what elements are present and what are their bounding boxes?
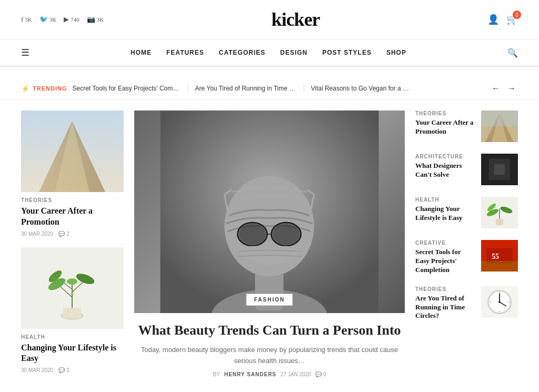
- main-content: THEORIES Your Career After a Promotion 3…: [0, 100, 539, 392]
- right-article-4: CREATIVE Secret Tools for Easy Projects'…: [415, 240, 518, 275]
- comment-icon-1: 💬: [58, 231, 65, 237]
- social-links: f 3K 🐦 3K ▶ 740 📷 3K: [21, 15, 104, 24]
- right-article-2-image[interactable]: [481, 154, 518, 185]
- left-article-2: HEALTH Changing Your Lifestyle is Easy 3…: [21, 247, 124, 374]
- right-article-2: ARCHITECTURE What Designers Can't Solve: [415, 154, 518, 185]
- right-article-3-category: HEALTH: [415, 197, 476, 203]
- right-article-2-text: ARCHITECTURE What Designers Can't Solve: [415, 154, 476, 179]
- nav-shop[interactable]: SHOP: [386, 49, 406, 56]
- nav-home[interactable]: HOME: [131, 49, 152, 56]
- right-article-5-category: THEORIES: [415, 286, 476, 292]
- youtube-icon: ▶: [64, 15, 69, 24]
- nav-links: HOME FEATURES CATEGORIES DESIGN POST STY…: [131, 49, 406, 56]
- instagram-social[interactable]: 📷 3K: [87, 15, 104, 24]
- right-article-2-title[interactable]: What Designers Can't Solve: [415, 162, 476, 179]
- right-article-3-text: HEALTH Changing Your Lifestyle is Easy: [415, 197, 476, 223]
- trending-item-2[interactable]: Are You Tired of Running in Time Circl…: [188, 85, 304, 92]
- right-article-2-category: ARCHITECTURE: [415, 154, 476, 159]
- trending-item-3[interactable]: Vital Reasons to Go Vegan for a Month: [304, 85, 420, 92]
- user-icon[interactable]: 👤: [487, 14, 499, 25]
- svg-point-26: [239, 224, 266, 245]
- comment-icon-2: 💬: [58, 367, 65, 373]
- twitter-count: 3K: [49, 16, 56, 23]
- right-column: THEORIES Your Career After a Promotion A…: [415, 110, 518, 384]
- left-article-2-title[interactable]: Changing Your Lifestyle is Easy: [21, 343, 124, 365]
- svg-rect-7: [63, 308, 81, 318]
- right-article-4-category: CREATIVE: [415, 240, 476, 246]
- nav-categories[interactable]: CATEGORIES: [219, 49, 265, 56]
- trending-items: Secret Tools for Easy Projects' Compl … …: [72, 85, 484, 92]
- hamburger-menu[interactable]: ☰: [21, 47, 29, 58]
- facebook-icon: f: [21, 15, 23, 24]
- trending-bar: ⚡ TRENDING Secret Tools for Easy Project…: [0, 77, 539, 100]
- left-article-2-comments: 💬 2: [58, 367, 69, 373]
- right-article-4-text: CREATIVE Secret Tools for Easy Projects'…: [415, 240, 476, 275]
- right-article-1-image[interactable]: [481, 110, 518, 142]
- trending-label: ⚡ TRENDING: [21, 85, 67, 93]
- hero-image-wrapper[interactable]: FASHION: [134, 110, 405, 313]
- right-article-4-title[interactable]: Secret Tools for Easy Projects' Completi…: [415, 248, 476, 275]
- site-logo[interactable]: kicker: [272, 8, 320, 31]
- hero-by-label: BY: [213, 371, 220, 377]
- header: f 3K 🐦 3K ▶ 740 📷 3K kicker 👤 🛒 0: [0, 0, 539, 39]
- twitter-icon: 🐦: [39, 15, 48, 24]
- right-article-1: THEORIES Your Career After a Promotion: [415, 110, 518, 142]
- right-article-5-image[interactable]: [481, 286, 518, 318]
- youtube-social[interactable]: ▶ 740: [64, 15, 79, 24]
- navigation: ☰ HOME FEATURES CATEGORIES DESIGN POST S…: [0, 39, 539, 66]
- left-article-1-title[interactable]: Your Career After a Promotion: [21, 206, 124, 228]
- search-icon[interactable]: 🔍: [507, 48, 518, 58]
- hero-comment-icon: 💬: [315, 371, 322, 377]
- left-article-2-image[interactable]: [21, 247, 124, 329]
- nav-design[interactable]: DESIGN: [280, 49, 307, 56]
- right-article-1-text: THEORIES Your Career After a Promotion: [415, 110, 476, 136]
- instagram-count: 3K: [97, 16, 104, 23]
- hero-date: 27 JAN 2020: [281, 371, 311, 377]
- hero-title[interactable]: What Beauty Trends Can Turn a Person Int…: [134, 321, 405, 339]
- trending-nav: ← →: [490, 83, 518, 94]
- svg-point-15: [67, 278, 77, 285]
- svg-rect-33: [481, 110, 518, 126]
- left-column: THEORIES Your Career After a Promotion 3…: [21, 110, 124, 384]
- cart-badge: 0: [513, 11, 521, 19]
- nav-post-styles[interactable]: POST STYLES: [322, 49, 372, 56]
- right-article-5-text: THEORIES Are You Tired of Running in Tim…: [415, 286, 476, 321]
- left-article-1-date: 30 MAR 2020: [21, 231, 53, 237]
- right-article-3-image[interactable]: [481, 197, 518, 228]
- instagram-icon: 📷: [87, 15, 95, 24]
- nav-divider: [0, 66, 539, 67]
- trending-next[interactable]: →: [505, 83, 518, 94]
- svg-point-52: [498, 301, 501, 303]
- left-article-2-meta: 30 MAR 2020 💬 2: [21, 367, 124, 373]
- hero-category-badge: FASHION: [246, 294, 293, 306]
- left-article-1-image[interactable]: [21, 110, 124, 192]
- trending-item-1[interactable]: Secret Tools for Easy Projects' Compl …: [72, 85, 188, 92]
- nav-features[interactable]: FEATURES: [166, 49, 204, 56]
- hero-excerpt: Today, modern beauty bloggers make money…: [134, 345, 405, 367]
- hero-image: FASHION: [134, 110, 405, 313]
- hero-comments: 💬 0: [315, 371, 326, 377]
- left-article-1-meta: 30 MAR 2020 💬 2: [21, 231, 124, 237]
- left-article-2-category: HEALTH: [21, 334, 124, 340]
- trending-text: TRENDING: [33, 85, 67, 92]
- right-article-1-title[interactable]: Your Career After a Promotion: [415, 118, 476, 136]
- right-article-3-title[interactable]: Changing Your Lifestyle is Easy: [415, 205, 476, 223]
- hero-author[interactable]: HENRY SANDERS: [224, 371, 276, 377]
- left-article-1-category: THEORIES: [21, 197, 124, 203]
- left-article-1-comments: 💬 2: [58, 231, 69, 237]
- trending-prev[interactable]: ←: [490, 83, 502, 94]
- svg-point-27: [273, 224, 300, 245]
- svg-rect-4: [21, 110, 124, 192]
- hero-meta: BY HENRY SANDERS 27 JAN 2020 💬 0: [134, 371, 405, 377]
- twitter-social[interactable]: 🐦 3K: [39, 15, 56, 24]
- svg-text:55: 55: [492, 253, 499, 260]
- youtube-count: 740: [71, 16, 79, 23]
- svg-rect-46: [481, 261, 518, 272]
- facebook-social[interactable]: f 3K: [21, 15, 32, 24]
- svg-rect-38: [496, 219, 503, 225]
- right-article-4-image[interactable]: 55: [481, 240, 518, 272]
- right-article-5-title[interactable]: Are You Tired of Running in Time Circles…: [415, 294, 476, 321]
- lightning-icon: ⚡: [21, 85, 30, 93]
- center-column: FASHION What Beauty Trends Can Turn a Pe…: [134, 110, 405, 384]
- right-article-1-category: THEORIES: [415, 110, 476, 116]
